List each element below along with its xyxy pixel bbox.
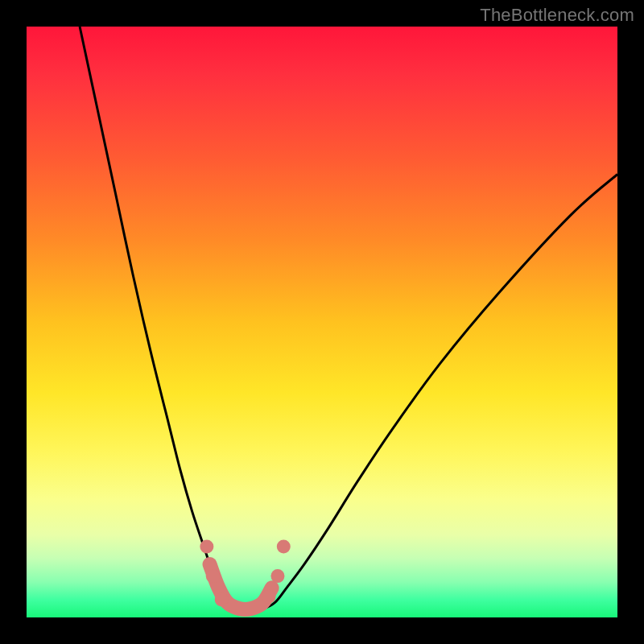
highlight-dot (277, 539, 291, 553)
highlight-dot (206, 569, 220, 583)
curve-layer (27, 27, 617, 617)
highlight-dot (215, 592, 229, 606)
highlight-dot (262, 590, 275, 604)
watermark-text: TheBottleneck.com (480, 5, 634, 26)
highlight-dots (200, 539, 290, 606)
highlight-dot (270, 569, 284, 583)
highlight-dot (200, 539, 213, 553)
plot-area (27, 27, 617, 617)
bottleneck-curve (80, 27, 617, 610)
chart-frame: TheBottleneck.com (0, 0, 644, 644)
